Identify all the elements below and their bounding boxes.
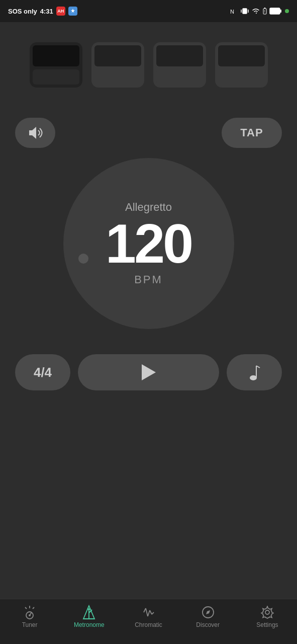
nfc-icon: N — [230, 7, 238, 15]
settings-tab-label: Settings — [256, 621, 278, 628]
beat-block-3[interactable] — [153, 42, 206, 88]
svg-point-13 — [250, 375, 257, 380]
discover-tab-label: Discover — [196, 621, 220, 628]
beat-block-4[interactable] — [215, 42, 268, 88]
chromatic-icon — [142, 605, 156, 619]
bpm-circle-container[interactable]: Allegretto 120 BPM — [0, 153, 297, 344]
svg-line-18 — [33, 607, 34, 609]
svg-text:N: N — [230, 9, 234, 15]
status-icon-blue — [68, 7, 77, 16]
status-time: 4:31 — [40, 8, 53, 15]
svg-line-27 — [148, 610, 150, 616]
time-signature-button[interactable]: 4/4 — [15, 354, 70, 390]
beat-visualizer[interactable] — [0, 22, 297, 98]
battery-icon — [269, 8, 282, 15]
svg-line-14 — [256, 366, 260, 368]
status-right: N ! — [230, 7, 289, 15]
svg-rect-9 — [271, 9, 279, 14]
battery-warning-icon: ! — [263, 7, 267, 15]
status-left: SOS only 4:31 AH — [8, 7, 77, 16]
svg-rect-5 — [264, 8, 265, 9]
svg-line-29 — [152, 612, 154, 614]
tab-chromatic[interactable]: Chromatic — [119, 605, 178, 628]
tuner-icon — [23, 605, 37, 619]
play-icon — [142, 364, 156, 380]
svg-point-32 — [265, 610, 269, 614]
note-button[interactable] — [227, 354, 282, 390]
status-bar: SOS only 4:31 AH N ! — [0, 0, 297, 22]
beat-block-bottom-1 — [33, 69, 79, 85]
bpm-number: 120 — [106, 216, 192, 271]
beat-block-top-3 — [156, 45, 203, 66]
beat-block-bottom-4 — [218, 69, 265, 85]
controls-row: TAP — [0, 113, 297, 153]
svg-line-28 — [150, 610, 152, 614]
beat-block-bottom-2 — [94, 69, 141, 85]
vibrate-icon — [241, 7, 249, 15]
chromatic-tab-label: Chromatic — [135, 621, 162, 628]
svg-rect-1 — [243, 9, 247, 14]
time-sig-label: 4/4 — [34, 365, 52, 380]
beat-block-2[interactable] — [91, 42, 144, 88]
bpm-circle[interactable]: Allegretto 120 BPM — [63, 158, 234, 329]
tuner-tab-label: Tuner — [22, 621, 38, 628]
sos-label: SOS only — [8, 8, 37, 15]
discover-icon — [201, 605, 215, 619]
note-icon — [248, 364, 260, 381]
beat-block-top-2 — [94, 45, 141, 66]
status-icon-red: AH — [56, 7, 65, 16]
tab-metronome[interactable]: Metronome — [59, 605, 119, 628]
battery-dot — [285, 9, 289, 13]
play-button[interactable] — [78, 354, 219, 390]
svg-text:!: ! — [264, 10, 265, 13]
bottom-controls: 4/4 — [0, 344, 297, 400]
beat-block-top-1 — [33, 45, 79, 66]
wifi-icon — [251, 8, 260, 15]
beat-block-1[interactable] — [30, 42, 82, 88]
svg-point-20 — [29, 614, 31, 616]
tap-label: TAP — [240, 126, 263, 139]
beat-block-bottom-3 — [156, 69, 203, 85]
metronome-icon — [82, 605, 96, 619]
svg-marker-10 — [29, 127, 36, 139]
svg-line-17 — [25, 607, 27, 609]
tab-tuner[interactable]: Tuner — [0, 605, 59, 628]
settings-icon — [260, 605, 274, 619]
tab-settings[interactable]: Settings — [238, 605, 297, 628]
metronome-tab-label: Metronome — [74, 621, 105, 628]
tab-discover[interactable]: Discover — [178, 605, 238, 628]
volume-icon — [27, 126, 43, 140]
volume-button[interactable] — [15, 118, 55, 148]
tap-button[interactable]: TAP — [222, 118, 282, 148]
svg-marker-31 — [206, 610, 210, 614]
tab-bar: Tuner Metronome Chromatic — [0, 599, 297, 644]
svg-marker-11 — [142, 364, 156, 380]
bpm-indicator — [78, 254, 88, 264]
bpm-unit: BPM — [134, 273, 163, 286]
svg-point-24 — [88, 608, 90, 610]
beat-block-top-4 — [218, 45, 265, 66]
svg-line-26 — [146, 608, 148, 616]
svg-rect-8 — [280, 10, 281, 13]
